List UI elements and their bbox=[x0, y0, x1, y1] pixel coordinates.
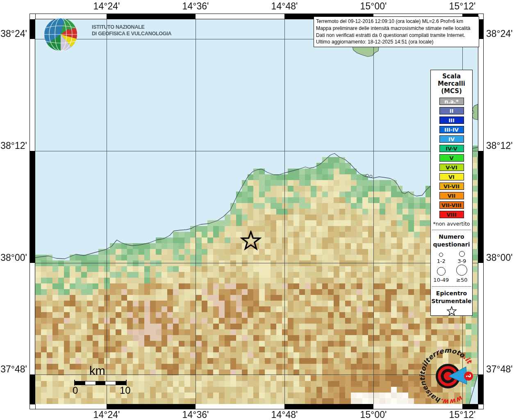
mcs-scale-chip: VII bbox=[439, 192, 464, 199]
scale-unit-label: km bbox=[89, 364, 105, 378]
size-key-3-9: 3-9 bbox=[452, 250, 473, 265]
legend-title: Scala Mercalli (MCS) bbox=[431, 73, 472, 95]
mcs-scale-chip: VI-VII bbox=[439, 183, 464, 190]
mcs-scale-chip: V-VI bbox=[439, 164, 464, 171]
mcs-legend-panel: Scala Mercalli (MCS) n.a.*IIIIIIII-IVIVI… bbox=[430, 70, 473, 316]
size-key-50plus: ≥50 bbox=[452, 265, 473, 283]
latitude-label-left: 38°24' bbox=[0, 28, 27, 39]
longitude-label-top: 15°12' bbox=[449, 1, 476, 12]
mcs-scale-chip: IV bbox=[439, 135, 464, 143]
latitude-label-left: 37°48' bbox=[0, 364, 27, 375]
questionnaire-count-title: Numero questionari bbox=[431, 233, 472, 249]
mcs-scale-list: n.a.*IIIIIIII-IVIVIV-VVV-VIVIVI-VIIVIIVI… bbox=[431, 98, 472, 218]
haisentito-watermark-logo: www.haisentitoilterremoto.it ? bbox=[415, 343, 481, 409]
legend-title-line3: (MCS) bbox=[431, 87, 472, 95]
ingv-logo: ISTITUTO NAZIONALE DI GEOFISICA E VULCAN… bbox=[40, 18, 155, 57]
longitude-label-top: 14°36' bbox=[182, 1, 209, 12]
longitude-label-bottom: 15°00' bbox=[360, 409, 387, 420]
scale-bar-segments bbox=[75, 381, 126, 385]
latitude-label-right: 38°24' bbox=[486, 28, 513, 39]
size-key-10-49: 10-49 bbox=[431, 265, 452, 283]
mcs-scale-chip: III-IV bbox=[439, 126, 464, 133]
longitude-label-top: 15°00' bbox=[360, 1, 387, 12]
mcs-scale-chip: IV-V bbox=[439, 145, 464, 152]
ingv-name-line1: ISTITUTO NAZIONALE bbox=[92, 24, 171, 30]
scale-end-value: 10 bbox=[120, 385, 131, 396]
latitude-label-left: 38°00' bbox=[0, 252, 27, 263]
ingv-name: ISTITUTO NAZIONALE DI GEOFISICA E VULCAN… bbox=[92, 24, 171, 37]
mcs-scale-chip: n.a.* bbox=[439, 98, 464, 105]
longitude-label-top: 14°48' bbox=[271, 1, 298, 12]
latitude-label-right: 38°00' bbox=[486, 252, 513, 263]
latitude-label-right: 38°12' bbox=[486, 140, 513, 151]
xlarge-circle-icon bbox=[456, 265, 467, 276]
large-circle-icon bbox=[437, 267, 446, 276]
legend-footnote: *non avvertito bbox=[431, 221, 472, 227]
epicenter-legend-title: Epicentro Strumentale bbox=[431, 290, 472, 305]
mcs-scale-chip: III bbox=[439, 116, 464, 124]
size-key-1-2: 1-2 bbox=[431, 250, 452, 265]
legend-title-line1: Scala bbox=[431, 73, 472, 80]
mcs-scale-chip: VI bbox=[439, 173, 464, 180]
longitude-label-bottom: 15°12' bbox=[449, 409, 476, 420]
epicenter-star-icon bbox=[446, 306, 457, 317]
scale-start-value: 0 bbox=[73, 385, 78, 396]
mcs-scale-chip: VII-VIII bbox=[439, 201, 464, 209]
mcs-scale-chip: V bbox=[439, 154, 464, 162]
latitude-label-left: 38°12' bbox=[0, 140, 27, 151]
ingv-name-line2: DI GEOFISICA E VULCANOLOGIA bbox=[92, 30, 171, 37]
small-circle-icon bbox=[439, 253, 443, 257]
mcs-scale-chip: II bbox=[439, 107, 464, 114]
legend-divider bbox=[432, 230, 471, 230]
latitude-label-right: 37°48' bbox=[486, 364, 513, 375]
legend-divider-2 bbox=[432, 286, 471, 287]
legend-title-line2: Mercalli bbox=[431, 80, 472, 87]
mcs-scale-chip: VIII bbox=[439, 211, 464, 218]
earthquake-info-box: Terremoto del 09-12-2016 12:09:10 (ora l… bbox=[314, 16, 479, 47]
last-update-line: Ultimo aggiornamento: 18-12-2025 14:51 (… bbox=[316, 39, 477, 46]
longitude-label-bottom: 14°24' bbox=[93, 409, 120, 420]
map-description-line: Mappa preliminare delle intensità macros… bbox=[316, 25, 477, 32]
seismic-intensity-map-page: { "title_box": { "line1": "Terremoto del… bbox=[0, 0, 514, 420]
questionnaire-size-key: 1-2 3-9 10-49 ≥50 bbox=[431, 250, 472, 283]
data-disclaimer-line: Dati non verificati estratti da 0 questi… bbox=[316, 32, 477, 39]
medium-circle-icon bbox=[459, 251, 465, 257]
event-summary-line: Terremoto del 09-12-2016 12:09:10 (ora l… bbox=[316, 18, 477, 25]
longitude-label-bottom: 14°48' bbox=[271, 409, 298, 420]
longitude-label-top: 14°24' bbox=[93, 1, 120, 12]
longitude-label-bottom: 14°36' bbox=[182, 409, 209, 420]
epicenter-star-marker bbox=[240, 231, 262, 252]
